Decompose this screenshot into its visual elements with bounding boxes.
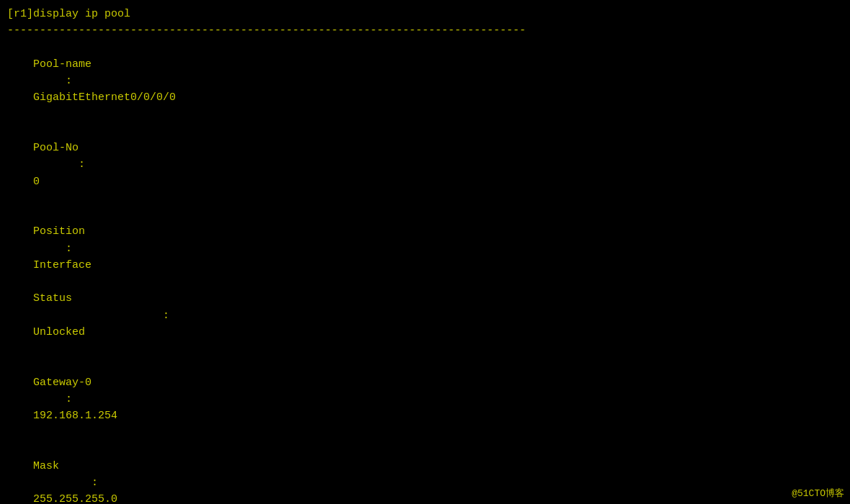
pool1-status-gap [33, 276, 66, 288]
pool1-position-sep: : [33, 243, 79, 255]
pool1-status-value: Unlocked [33, 326, 85, 338]
pool1-name-label: Pool-name [33, 58, 91, 71]
pool1-position-line: Position : Interface Status : Unlocked [7, 207, 843, 357]
divider-1: ----------------------------------------… [7, 22, 843, 39]
pool1-mask-label: Mask [33, 460, 59, 472]
pool1-gateway-label: Gateway-0 [33, 377, 91, 389]
pool1-name-value: GigabitEthernet0/0/0/0 [33, 91, 176, 104]
terminal: [r1]display ip pool --------------------… [7, 6, 843, 498]
pool1-status-sep: : [33, 310, 176, 322]
pool1-gateway-sep: : [33, 393, 79, 405]
pool1-no-label: Pool-No [33, 142, 79, 154]
pool1-no-sep: : [33, 158, 91, 171]
pool1-position-value: Interface [33, 259, 91, 271]
watermark: @51CTO博客 [789, 485, 847, 501]
pool1-status-label: Status [33, 292, 72, 305]
pool1-no-value: 0 [33, 176, 40, 188]
pool1-no-line: Pool-No : 0 [7, 123, 843, 207]
pool1-mask-sep: : [33, 477, 104, 489]
pool1-gateway-line: Gateway-0 : 192.168.1.254 [7, 357, 843, 441]
command-prompt: [r1]display ip pool [7, 6, 843, 22]
pool1-name-line: Pool-name : GigabitEthernet0/0/0/0 [7, 40, 843, 123]
pool1-gateway-value: 192.168.1.254 [33, 410, 117, 422]
pool1-name-sep: : [33, 75, 79, 87]
pool1-position-label: Position [33, 225, 85, 238]
pool1-mask-value: 255.255.255.0 [33, 493, 117, 504]
pool1-mask-line: Mask : 255.255.255.0 [7, 441, 843, 505]
